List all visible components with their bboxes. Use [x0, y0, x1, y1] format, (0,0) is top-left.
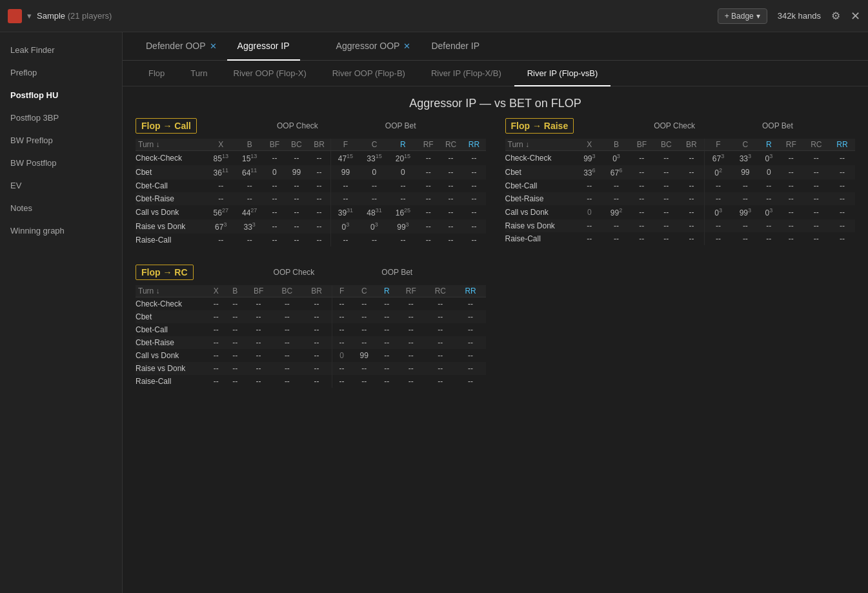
flop-raise-oop-bet-label: OOP Bet [762, 121, 793, 130]
flop-call-title: Flop → Call [136, 118, 197, 134]
table-row: Cbet 3611 6411 0 99 -- 99 0 0 -- -- [136, 165, 486, 179]
col-rc-bet: RC [439, 139, 463, 151]
col-rr-rc: RR [456, 285, 486, 297]
table-row: Call vs Donk 5627 4427 -- -- -- 3931 483… [136, 205, 486, 219]
col-b-rc: B [226, 285, 245, 297]
flop-rc-oop-bet-label: OOP Bet [381, 268, 412, 277]
col-c-rc: C [352, 285, 377, 297]
table-row: Raise vs Donk 673 333 -- -- -- 03 03 993… [136, 219, 486, 234]
sidebar-item-postflop-3bp[interactable]: Postflop 3BP [0, 106, 122, 129]
sidebar-item-notes[interactable]: Notes [0, 197, 122, 219]
tab-river-ip-flop-xb[interactable]: River IP (Flop-X/B) [418, 61, 514, 86]
col-c-bet-r: C [732, 139, 759, 151]
sidebar-item-preflop[interactable]: Preflop [0, 61, 122, 84]
sidebar-item-postflop-hu[interactable]: Postflop HU [0, 84, 122, 106]
table-row: Check-Check ---- ---- -- ---- ---- ---- [136, 297, 486, 311]
col-rf-rc: RF [397, 285, 425, 297]
table-row: Cbet-Raise -- -- -- -- -- -- -- -- -- -- [136, 192, 486, 205]
col-r-bet: R [389, 139, 417, 151]
flop-raise-title: Flop → Raise [505, 118, 574, 134]
hands-count: 342k hands [778, 11, 821, 21]
sidebar-item-winning-graph[interactable]: Winning graph [0, 219, 122, 242]
turn-col-header-rc: Turn ↓ [136, 285, 207, 297]
col-rr-bet: RR [463, 139, 486, 151]
tab-river-ip-flop-vsb[interactable]: River IP (Flop-vsB) [514, 61, 611, 86]
page-title: Aggressor IP — vs BET on FLOP [409, 97, 581, 110]
col-x-rc: X [207, 285, 226, 297]
col-rf-bet: RF [418, 139, 439, 151]
flop-raise-section: Flop → Raise OOP Check OOP Bet Turn ↓ X … [505, 118, 856, 246]
table-row: Raise-Call -- -- -- -- -- -- -- -- -- -- [136, 234, 486, 246]
flop-call-oop-check-label: OOP Check [277, 121, 318, 130]
tab-defender-ip-label: Defender IP [431, 41, 479, 51]
flop-rc-table: Turn ↓ X B BF BC BR F C R RF RC [136, 285, 486, 388]
tab-defender-oop-label: Defender OOP [146, 41, 206, 51]
flop-rc-header: Flop → RC OOP Check OOP Bet [136, 265, 486, 280]
flop-rc-empty [505, 265, 856, 388]
table-row: Call vs Donk 0 992 ---- -- 03 993 03 ---… [505, 205, 856, 219]
col-bc-check-r: BC [654, 139, 679, 151]
col-bf-check-r: BF [630, 139, 654, 151]
dropdown-arrow-icon[interactable]: ▾ [27, 11, 32, 21]
tab-aggressor-oop-close[interactable]: ✕ [403, 41, 410, 51]
table-row: Call vs Donk ---- ---- -- 0 99 ---- ---- [136, 349, 486, 362]
row-label-check-check: Check-Check [136, 151, 207, 166]
table-row: Check-Check 993 03 -- -- -- 673 333 03 -… [505, 151, 856, 166]
content-area: Defender OOP ✕ Aggressor IP Aggressor OO… [123, 32, 868, 593]
tab-aggressor-oop[interactable]: Aggressor OOP ✕ [326, 32, 421, 61]
flop-rc-oop-check-label: OOP Check [274, 268, 315, 277]
sidebar-item-bw-preflop[interactable]: BW Preflop [0, 129, 122, 152]
app-title: Sample (21 players) [37, 11, 112, 21]
sidebar-item-ev[interactable]: EV [0, 174, 122, 197]
col-x-check-r: X [576, 139, 603, 151]
tab-aggressor-oop-label: Aggressor OOP [336, 41, 400, 51]
flop-call-oop-bet-label: OOP Bet [385, 121, 416, 130]
col-f-bet: F [331, 139, 360, 151]
tab-turn[interactable]: Turn [177, 61, 220, 86]
table-row: Cbet-Call -- -- -- -- -- -- -- -- -- -- [136, 179, 486, 192]
flop-raise-header: Flop → Raise OOP Check OOP Bet [505, 118, 856, 134]
col-bc-rc: BC [272, 285, 302, 297]
tab-aggressor-ip[interactable]: Aggressor IP [227, 32, 300, 61]
tab-river-oop-flop-b[interactable]: River OOP (Flop-B) [319, 61, 418, 86]
table-row: Raise vs Donk ---- ---- -- ---- ---- ---… [136, 362, 486, 375]
flop-call-section: Flop → Call OOP Check OOP Bet Turn ↓ X B… [136, 118, 486, 246]
row-label-cbet: Cbet [136, 165, 207, 179]
col-f-rc: F [332, 285, 351, 297]
table-row: Raise vs Donk ---- ---- -- ---- ---- ---… [505, 219, 856, 232]
flop-rc-section: Flop → RC OOP Check OOP Bet Turn ↓ X B B… [136, 265, 486, 388]
flop-call-header: Flop → Call OOP Check OOP Bet [136, 118, 486, 134]
tab-defender-ip[interactable]: Defender IP [421, 32, 490, 61]
title-bar-right: + Badge ▾ 342k hands ⚙ ✕ [718, 8, 860, 24]
col-c-bet: C [360, 139, 389, 151]
col-f-bet-r: F [705, 139, 732, 151]
badge-dropdown-icon: ▾ [756, 12, 760, 21]
close-button[interactable]: ✕ [851, 9, 860, 23]
tab-defender-oop-close[interactable]: ✕ [210, 41, 217, 51]
table-row: Cbet-Call ---- ---- -- ---- ---- ---- [136, 323, 486, 336]
badge-button[interactable]: + Badge ▾ [718, 8, 767, 24]
sidebar-item-bw-postflop[interactable]: BW Postflop [0, 152, 122, 174]
tab-defender-oop[interactable]: Defender OOP ✕ [136, 32, 227, 61]
tab-river-oop-flop-x[interactable]: River OOP (Flop-X) [221, 61, 319, 86]
col-r-bet-r: R [759, 139, 779, 151]
main-layout: Leak Finder Preflop Postflop HU Postflop… [0, 32, 868, 593]
settings-button[interactable]: ⚙ [831, 10, 840, 22]
sidebar-item-leak-finder[interactable]: Leak Finder [0, 39, 122, 61]
tables-area: Flop → Call OOP Check OOP Bet Turn ↓ X B… [123, 118, 868, 591]
col-br-check: BR [308, 139, 331, 151]
col-rf-bet-r: RF [779, 139, 803, 151]
col-bf-rc: BF [245, 285, 272, 297]
table-row: Check-Check 8513 1513 -- -- -- 4715 3315… [136, 151, 486, 166]
table-row: Cbet-Call ---- ---- -- ---- ---- ---- [505, 179, 856, 192]
tab-flop[interactable]: Flop [136, 61, 177, 86]
flop-raise-oop-check-label: OOP Check [654, 121, 695, 130]
tab-aggressor-ip-label: Aggressor IP [237, 41, 290, 51]
app-logo [8, 9, 22, 23]
table-row: Cbet-Raise ---- ---- -- ---- ---- ---- [136, 336, 486, 349]
primary-tabs: Defender OOP ✕ Aggressor IP Aggressor OO… [123, 32, 868, 61]
col-rc-rc: RC [425, 285, 456, 297]
secondary-tabs: Flop Turn River OOP (Flop-X) River OOP (… [123, 61, 868, 86]
col-r-rc: R [377, 285, 397, 297]
col-bf-check: BF [264, 139, 285, 151]
